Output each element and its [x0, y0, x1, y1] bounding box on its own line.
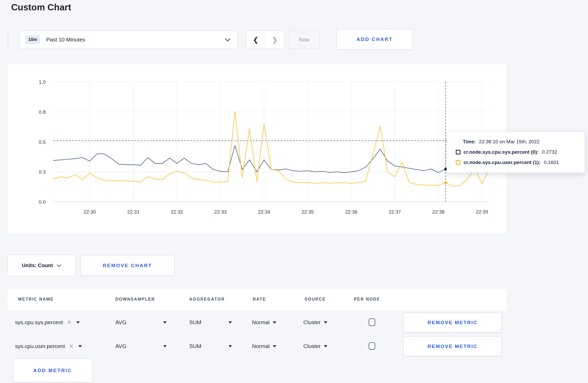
- svg-text:22:35: 22:35: [302, 209, 314, 215]
- tooltip-series-row: cr.node.sys.cpu.sys.percent (0):0.2732: [456, 149, 585, 155]
- downsampler-value: AVG: [115, 319, 127, 325]
- chevron-down-icon: [57, 264, 61, 267]
- dropdown-caret-icon: [76, 321, 80, 324]
- time-forward-button[interactable]: ❯: [265, 31, 284, 48]
- source-value: Cluster: [303, 343, 321, 349]
- aggregator-value: SUM: [189, 343, 201, 349]
- toolbar-divider: [8, 31, 8, 49]
- rate-select[interactable]: Normal: [252, 310, 276, 334]
- dropdown-caret-icon: [273, 345, 276, 347]
- aggregator-select[interactable]: SUM: [189, 310, 232, 334]
- dropdown-caret-icon: [273, 321, 276, 324]
- tooltip-time-row: Time:22:38:10 on Mar 15th, 2022: [463, 139, 585, 145]
- column-header-source: SOURCE: [305, 297, 326, 302]
- svg-text:0.8: 0.8: [39, 109, 46, 115]
- svg-text:22:32: 22:32: [171, 209, 183, 215]
- page-title: Custom Chart: [11, 2, 71, 12]
- chart-tooltip: Time:22:38:10 on Mar 15th, 2022 cr.node.…: [447, 132, 585, 173]
- column-header-per-node: PER NODE: [354, 297, 380, 302]
- chevron-left-icon: ❮: [253, 36, 258, 43]
- remove-metric-button[interactable]: REMOVE METRIC: [403, 336, 502, 356]
- downsampler-select[interactable]: AVG: [115, 334, 167, 358]
- tooltip-series-label: cr.node.sys.cpu.user.percent (1):: [464, 160, 541, 165]
- source-select[interactable]: Cluster: [303, 334, 327, 358]
- metrics-table-header: METRIC NAMEDOWNSAMPLERAGGREGATORRATESOUR…: [8, 289, 506, 310]
- clear-metric-icon[interactable]: ×: [69, 343, 74, 350]
- chevron-down-icon: [225, 38, 230, 41]
- tooltip-series-label: cr.node.sys.cpu.sys.percent (0):: [464, 149, 538, 155]
- dropdown-caret-icon: [163, 321, 167, 324]
- column-header-aggregator: AGGREGATOR: [189, 297, 225, 302]
- time-back-button[interactable]: ❮: [246, 31, 265, 48]
- column-header-rate: RATE: [253, 297, 266, 302]
- svg-text:0.0: 0.0: [39, 199, 46, 205]
- svg-text:0.3: 0.3: [39, 169, 46, 175]
- svg-text:0.5: 0.5: [39, 139, 46, 145]
- metrics-table: METRIC NAMEDOWNSAMPLERAGGREGATORRATESOUR…: [8, 289, 506, 358]
- svg-text:22:36: 22:36: [345, 209, 358, 215]
- tooltip-series-value: 0.2732: [542, 149, 557, 155]
- rate-value: Normal: [252, 343, 270, 349]
- dropdown-caret-icon: [324, 345, 327, 347]
- downsampler-select[interactable]: AVG: [115, 310, 167, 334]
- column-header-metric-name: METRIC NAME: [18, 297, 54, 302]
- svg-text:22:30: 22:30: [83, 209, 96, 215]
- dropdown-caret-icon: [78, 345, 82, 347]
- dropdown-caret-icon: [228, 321, 232, 324]
- tooltip-series-row: cr.node.sys.cpu.user.percent (1):0.1601: [456, 160, 585, 165]
- per-node-checkbox[interactable]: [369, 342, 375, 350]
- line-chart: 22:3022:3122:3222:3322:3422:3522:3622:37…: [8, 64, 507, 234]
- units-dropdown[interactable]: Units: Count: [8, 255, 75, 276]
- remove-metric-button[interactable]: REMOVE METRIC: [403, 313, 502, 332]
- svg-text:22:37: 22:37: [389, 209, 401, 215]
- units-label: Units: Count: [22, 263, 53, 268]
- dropdown-caret-icon: [163, 345, 167, 347]
- custom-chart-page: Custom Chart 10m Past 10 Minutes ❮ ❯ Now…: [0, 0, 588, 383]
- dropdown-caret-icon: [228, 345, 232, 347]
- source-select[interactable]: Cluster: [303, 310, 327, 334]
- metric-name-select[interactable]: sys.cpu.sys.percent×: [15, 310, 80, 334]
- metric-name-select[interactable]: sys.cpu.user.percent×: [15, 334, 82, 358]
- add-chart-button[interactable]: ADD CHART: [336, 29, 413, 50]
- svg-text:22:31: 22:31: [127, 209, 139, 215]
- source-value: Cluster: [303, 319, 321, 325]
- series-swatch-icon: [456, 150, 460, 154]
- tooltip-series-value: 0.1601: [544, 160, 559, 165]
- svg-text:1.0: 1.0: [39, 79, 46, 85]
- time-range-dropdown[interactable]: 10m Past 10 Minutes: [19, 31, 237, 49]
- per-node-checkbox[interactable]: [369, 318, 375, 326]
- remove-chart-button[interactable]: REMOVE CHART: [80, 255, 174, 276]
- aggregator-value: SUM: [189, 319, 201, 325]
- clear-metric-icon[interactable]: ×: [67, 319, 71, 326]
- svg-text:22:33: 22:33: [214, 209, 227, 215]
- time-range-label: Past 10 Minutes: [46, 37, 85, 43]
- chevron-right-icon: ❯: [272, 36, 277, 43]
- aggregator-select[interactable]: SUM: [189, 334, 232, 358]
- svg-text:22:34: 22:34: [258, 209, 270, 215]
- dropdown-caret-icon: [324, 321, 327, 324]
- tooltip-time-value: 22:38:10 on Mar 15th, 2022: [479, 139, 539, 144]
- series-swatch-icon: [456, 160, 460, 165]
- rate-value: Normal: [252, 319, 270, 325]
- time-range-badge: 10m: [25, 35, 40, 44]
- chart-panel: 22:3022:3122:3222:3322:3422:3522:3622:37…: [8, 64, 507, 234]
- downsampler-value: AVG: [115, 343, 127, 349]
- metric-name-value: sys.cpu.sys.percent: [15, 319, 63, 325]
- rate-select[interactable]: Normal: [252, 334, 276, 358]
- tooltip-time-label: Time:: [463, 139, 476, 144]
- svg-text:22:39: 22:39: [476, 209, 488, 215]
- column-header-downsampler: DOWNSAMPLER: [115, 297, 155, 302]
- metric-row: sys.cpu.sys.percent×AVGSUMNormalClusterR…: [8, 310, 506, 334]
- now-button[interactable]: Now: [289, 31, 319, 49]
- time-pager: ❮ ❯: [246, 31, 284, 49]
- metric-name-value: sys.cpu.user.percent: [15, 343, 65, 349]
- metric-row: sys.cpu.user.percent×AVGSUMNormalCluster…: [8, 334, 506, 358]
- svg-text:22:38: 22:38: [432, 209, 445, 215]
- add-metric-button[interactable]: ADD METRIC: [13, 358, 93, 382]
